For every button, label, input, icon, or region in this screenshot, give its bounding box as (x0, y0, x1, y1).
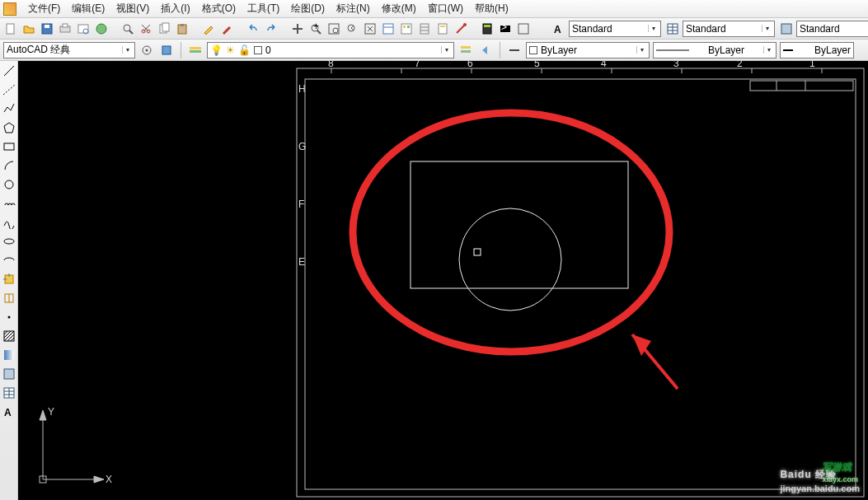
svg-rect-76 (305, 79, 856, 489)
make-block-button[interactable] (2, 291, 16, 306)
hatch-button[interactable] (2, 329, 16, 343)
cursor-pickbox (474, 249, 481, 255)
spline-button[interactable] (2, 215, 16, 230)
ellipse-arc-button[interactable] (2, 253, 16, 268)
ruler-num: 3 (673, 61, 679, 69)
ruler-num: 8 (328, 61, 334, 69)
tool-palettes-button[interactable] (417, 21, 432, 37)
zoom-window-button[interactable] (326, 21, 341, 37)
svg-line-57 (4, 66, 14, 76)
menu-dimension[interactable]: 标注(N) (336, 2, 370, 16)
color-swatch (529, 46, 537, 54)
linetype-dropdown[interactable]: ByLayer ▾ (653, 42, 777, 58)
region-button[interactable] (2, 367, 16, 381)
bulb-icon: 💡 (210, 44, 223, 56)
insert-block-button[interactable] (2, 272, 16, 287)
table-button[interactable] (664, 21, 681, 37)
command-line-button[interactable]: >_ (498, 21, 513, 37)
svg-rect-75 (297, 68, 864, 497)
menu-draw[interactable]: 绘图(D) (291, 2, 325, 16)
ucs-icon (40, 410, 104, 483)
dim-style-dropdown[interactable]: Standard▾ (683, 21, 775, 37)
construction-line-button[interactable] (2, 82, 16, 97)
menu-format[interactable]: 格式(O) (202, 2, 236, 16)
layer-value: 0 (265, 44, 271, 56)
lineweight-dropdown[interactable]: ByLayer (780, 42, 854, 58)
sheet-set-button[interactable] (435, 21, 450, 37)
svg-text:A: A (554, 24, 561, 35)
chevron-down-icon: ▾ (441, 46, 451, 54)
workspace-dropdown[interactable]: AutoCAD 经典 ▾ (3, 42, 135, 58)
ellipse-button[interactable] (2, 234, 16, 249)
open-folder-button[interactable] (21, 21, 36, 37)
print-preview-button[interactable] (76, 21, 91, 37)
ruler-letter: G (298, 141, 306, 152)
match-props-button[interactable] (201, 21, 216, 37)
quickcalc-button[interactable] (480, 21, 495, 37)
markup-button[interactable] (453, 21, 468, 37)
linetype-icon[interactable] (506, 42, 523, 58)
save-button[interactable] (40, 21, 54, 37)
layer-previous-button[interactable] (477, 42, 494, 58)
layer-properties-button[interactable] (187, 42, 204, 58)
design-center-button[interactable] (399, 21, 414, 37)
menu-insert[interactable]: 插入(I) (161, 2, 190, 16)
ruler-letter: E (298, 256, 305, 268)
layer-dropdown[interactable]: 💡 ☀ 🔓 0 ▾ (207, 42, 454, 58)
drawing-canvas[interactable]: 8 7 6 5 4 3 2 1 H G F E (18, 61, 868, 500)
gradient-button[interactable] (2, 348, 16, 362)
plot-button[interactable] (58, 21, 73, 37)
menu-window[interactable]: 窗口(W) (428, 2, 463, 16)
copy-button[interactable] (157, 21, 171, 37)
point-button[interactable] (2, 310, 16, 325)
workspace-settings-button[interactable] (138, 42, 155, 58)
cut-button[interactable] (138, 21, 153, 37)
layer-states-button[interactable] (457, 42, 474, 58)
svg-rect-25 (383, 24, 393, 34)
table-style-dropdown[interactable]: Standard▾ (796, 21, 868, 37)
zoom-realtime-button[interactable]: + (308, 21, 323, 37)
svg-marker-91 (40, 410, 46, 420)
multiline-text-button[interactable]: A (551, 21, 567, 37)
multiline-text-button[interactable]: A (2, 404, 16, 419)
svg-rect-15 (162, 23, 169, 31)
menu-edit[interactable]: 编辑(E) (72, 2, 105, 16)
arc-button[interactable] (2, 158, 16, 173)
lineweight-value: ByLayer (814, 44, 851, 56)
paintbrush-button[interactable] (219, 21, 234, 37)
undo-button[interactable] (246, 21, 260, 37)
lock-icon: 🔓 (238, 44, 251, 56)
ruler-num: 5 (534, 61, 540, 69)
menu-view[interactable]: 视图(V) (116, 2, 149, 16)
redo-button[interactable] (264, 21, 279, 37)
new-file-button[interactable] (3, 21, 18, 37)
region-button[interactable] (778, 21, 795, 37)
svg-rect-30 (420, 24, 429, 34)
pan-button[interactable] (290, 21, 305, 37)
paste-button[interactable] (175, 21, 190, 37)
zoom-extents-button[interactable] (363, 21, 378, 37)
polyline-button[interactable] (2, 101, 16, 116)
line-button[interactable] (2, 63, 16, 78)
menu-help[interactable]: 帮助(H) (475, 2, 509, 16)
svg-rect-4 (63, 24, 68, 27)
menu-file[interactable]: 文件(F) (28, 2, 60, 16)
polygon-button[interactable] (2, 120, 16, 135)
properties-button[interactable] (381, 21, 396, 37)
find-button[interactable] (120, 21, 135, 37)
drawn-circle (459, 208, 561, 311)
workspace-save-button[interactable] (158, 42, 175, 58)
clean-screen-button[interactable] (516, 21, 531, 37)
menu-modify[interactable]: 修改(M) (382, 2, 416, 16)
table-button[interactable] (2, 386, 16, 400)
revision-cloud-button[interactable] (2, 196, 16, 211)
menu-tools[interactable]: 工具(T) (247, 2, 279, 16)
svg-rect-40 (518, 24, 528, 34)
rectangle-button[interactable] (2, 139, 16, 154)
color-dropdown[interactable]: ByLayer ▾ (526, 42, 650, 58)
text-style-dropdown[interactable]: Standard▾ (569, 21, 661, 37)
circle-button[interactable] (2, 177, 16, 192)
svg-line-58 (3, 85, 15, 95)
zoom-previous-button[interactable] (345, 21, 359, 37)
publish-button[interactable] (94, 21, 109, 37)
